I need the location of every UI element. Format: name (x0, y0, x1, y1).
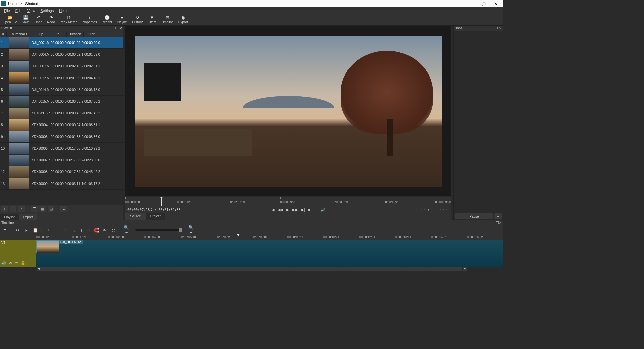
playlist-row[interactable]: 10YDXJ0006.mp400:00:00;0000:17:36;0000:1… (0, 143, 123, 154)
menu-help[interactable]: Help (56, 8, 69, 13)
minimize-button[interactable]: — (466, 0, 478, 7)
close-button[interactable]: ✕ (490, 0, 502, 7)
lift-button[interactable]: ^ (63, 228, 68, 233)
filters-button[interactable]: ▼Filters (147, 15, 156, 24)
inout-display: --:--:--:-- / (415, 208, 429, 212)
timeline-ruler[interactable]: 00:00:00:0000:00:01:1000:00:02:2000:00:0… (36, 234, 503, 240)
zoom-fit-button[interactable]: ⛶ (314, 208, 317, 212)
scrubber-playhead[interactable] (161, 197, 162, 206)
zoom-out-button[interactable]: 🔍− (124, 225, 129, 235)
tab-source[interactable]: Source (125, 213, 146, 220)
playlist-row[interactable]: 12YDXJ0008.mp400:00:00;0000:17:34;2800:4… (0, 166, 123, 178)
peak-meter-button[interactable]: ⫿⫿Peak Meter (60, 15, 77, 24)
menu-file[interactable]: File (1, 8, 13, 13)
preview-scrubber[interactable]: 00:00:00;0000:00:10;0000:00:19;2900:00:2… (125, 197, 451, 206)
undo-button[interactable]: ↶Undo (34, 15, 42, 24)
drag-handle[interactable]: ⋯⋯ (165, 213, 451, 220)
tab-export[interactable]: Export (19, 214, 37, 220)
list-view-button[interactable]: ☰ (31, 206, 38, 212)
timeline-toolbar: ≡ | ✂ ⎘ 📋 | + − ^ ⌄ ▯▯ | 🧲 👁 ◎ | 🔍− 🔍+ (0, 226, 503, 234)
open-file-button[interactable]: 📂Open File (3, 15, 17, 24)
timeline-button[interactable]: ⊟Timeline (161, 15, 173, 24)
playlist-row[interactable]: 4DJI_0012.MOV00:00:00;0000:01:59;1600:04… (0, 72, 123, 84)
playlist-menu-button[interactable]: ≡ (60, 206, 67, 212)
tab-project[interactable]: Project (146, 213, 165, 220)
scroll-left-button[interactable]: ◀ (37, 267, 41, 271)
jobs-menu-button[interactable]: ≡ (494, 213, 502, 219)
rewind-button[interactable]: ◀◀ (278, 208, 283, 212)
add-button[interactable]: + (1, 206, 8, 212)
delete-button[interactable]: − (54, 228, 60, 233)
track-v1-header[interactable]: V1 🔊 👁 ≋ 🔓 (0, 240, 36, 267)
playlist-row[interactable]: 3DJI_0007.MOV00:00:00;0000:02:16;2500:02… (0, 60, 123, 72)
timeline-clip[interactable] (36, 240, 59, 253)
compositing-icon[interactable]: ≋ (15, 261, 18, 265)
history-button[interactable]: ↺History (132, 15, 143, 24)
playlist-row[interactable]: 7YDTL3915.mp400:00:00;0000:00:45;2000:07… (0, 107, 123, 119)
panel-close-icon[interactable]: ✕ (119, 26, 122, 30)
split-button[interactable]: ▯▯ (80, 228, 86, 233)
playlist-row[interactable]: 5DJI_0014.MOV00:00:00;0000:00:48;2200:06… (0, 84, 123, 96)
ripple-button[interactable]: ◎ (111, 228, 116, 233)
playlist-row[interactable]: 1DJI_0001.MOV00:00:00;0000:01:09;0000:00… (0, 37, 123, 49)
playlist-row[interactable]: 11YDXJ0007.mp400:00:00;0000:17:36;2400:2… (0, 154, 123, 166)
properties-button[interactable]: ℹProperties (82, 15, 97, 24)
pause-jobs-button[interactable]: Pause (455, 213, 493, 219)
playlist-row[interactable]: 2DJI_0004.MOV00:00:00;0000:00:52;1500:01… (0, 49, 123, 60)
paste-button[interactable]: 📋 (33, 228, 38, 233)
remove-button[interactable]: − (10, 206, 16, 212)
skip-prev-button[interactable]: |◀ (271, 208, 274, 212)
panel-close-icon[interactable]: ✕ (499, 26, 502, 30)
skip-next-button[interactable]: ▶| (301, 208, 305, 212)
tile-view-button[interactable]: ▤ (48, 206, 54, 212)
recent-button[interactable]: 🕘Recent (102, 15, 112, 24)
menu-settings[interactable]: Settings (38, 8, 56, 13)
append-button[interactable]: + (46, 228, 51, 233)
overwrite-button[interactable]: ⌄ (72, 228, 77, 233)
playlist-row[interactable]: 8YDXJ0004.mp400:00:00;0000:00:04;1800:08… (0, 119, 123, 131)
timeline-playhead[interactable] (238, 234, 238, 267)
zoom-slider[interactable] (135, 229, 182, 231)
detach-icon[interactable]: ❐ (115, 26, 118, 30)
detach-icon[interactable]: ❐ (496, 221, 499, 225)
panel-close-icon[interactable]: ✕ (499, 221, 502, 225)
redo-icon: ↷ (48, 15, 54, 20)
hide-icon[interactable]: 👁 (9, 261, 12, 265)
cut-button[interactable]: ✂ (15, 228, 20, 233)
redo-button[interactable]: ↷Redo (47, 15, 55, 24)
volume-button[interactable]: 🔊 (321, 208, 325, 212)
stop-button[interactable]: ■ (308, 208, 311, 212)
timecode-current[interactable]: 00:00:07;18 (127, 208, 150, 212)
lock-icon[interactable]: 🔓 (21, 261, 25, 265)
playlist-row[interactable]: 6DJI_0015.MOV00:00:00;0000:00:38;2700:07… (0, 96, 123, 107)
window-titlebar: Untitled* - Shotcut — ▢ ✕ (0, 0, 503, 7)
scrub-button[interactable]: 👁 (102, 228, 108, 233)
grid-view-button[interactable]: ▦ (39, 206, 46, 212)
mute-icon[interactable]: 🔊 (1, 261, 6, 265)
timeline-menu-button[interactable]: ≡ (2, 228, 7, 233)
maximize-button[interactable]: ▢ (478, 0, 490, 7)
check-button[interactable]: ✓ (18, 206, 25, 212)
snap-button[interactable]: 🧲 (94, 228, 99, 233)
menu-edit[interactable]: Edit (13, 8, 24, 13)
menu-view[interactable]: View (24, 8, 38, 13)
save-button[interactable]: 💾Save (22, 15, 30, 24)
playlist-row[interactable]: 9YDXJ0005.mp400:00:00;0000:01:53;2800:08… (0, 131, 123, 143)
timeline-scrollbar[interactable] (41, 267, 462, 271)
copy-button[interactable]: ⎘ (24, 228, 29, 233)
tab-playlist[interactable]: Playlist (0, 214, 19, 220)
export-button[interactable]: ◉Export (178, 15, 188, 24)
detach-icon[interactable]: ❐ (495, 26, 498, 30)
playlist-title: Playlist (1, 26, 12, 30)
timecode-spinner[interactable]: ▲▼ (150, 208, 154, 211)
play-button[interactable]: ▶ (286, 208, 289, 212)
playlist-row[interactable]: 13YDXJ0009.mp400:00:00;0000:03:11;1001:0… (0, 178, 123, 190)
preview-video[interactable] (125, 26, 451, 196)
zoom-in-button[interactable]: 🔍+ (188, 225, 194, 235)
preview-tabs: SourceProject ⋯⋯ (125, 213, 451, 220)
playlist-button[interactable]: ≡Playlist (117, 15, 127, 24)
scroll-right-button[interactable]: ▶ (463, 267, 467, 271)
timeline-track-v1[interactable]: DJI_0001.MOV (36, 240, 503, 267)
fast-forward-button[interactable]: ▶▶ (292, 208, 298, 212)
recent-icon: 🕘 (104, 15, 110, 20)
